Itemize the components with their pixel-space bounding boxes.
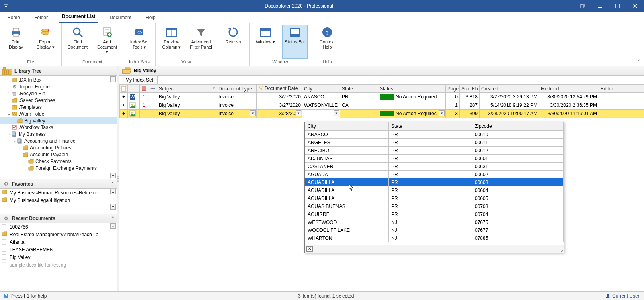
collapse-icon[interactable]: ⌃ — [111, 216, 114, 220]
header-expander[interactable] — [120, 85, 128, 93]
qat-dropdown-icon[interactable] — [4, 4, 8, 8]
row-expander-icon[interactable]: + — [120, 110, 128, 118]
dropdown-row[interactable]: ANASCOPR00610 — [305, 131, 564, 139]
header-created[interactable]: Created — [480, 85, 539, 93]
dropdown-row[interactable]: ARECIBOPR00612 — [305, 147, 564, 155]
minimize-icon[interactable] — [591, 0, 609, 12]
cell-city-editor[interactable]: ▼ — [302, 110, 340, 118]
dropdown-row[interactable]: AGUADILLAPR00604 — [305, 186, 564, 194]
index-tab-my-index-set[interactable]: My Index Set — [121, 76, 158, 84]
scroll-down-icon[interactable]: ▾ — [110, 173, 116, 178]
dropdown-arrow-icon[interactable]: ▼ — [296, 110, 301, 116]
dropdown-arrow-icon[interactable]: ▼ — [439, 110, 445, 116]
context-help-button[interactable]: ?Context Help — [314, 25, 340, 59]
find-document-button[interactable]: Find Document — [65, 25, 90, 59]
refresh-button[interactable]: Refresh — [221, 25, 246, 59]
dropdown-row[interactable]: WOODCLIFF LAKENJ07677 — [305, 226, 564, 234]
tab-document[interactable]: Document — [106, 12, 135, 23]
dropdown-row[interactable]: WHARTONNJ07885 — [305, 234, 564, 242]
header-state[interactable]: State — [340, 85, 378, 93]
fav-scroll-down-icon[interactable]: ▾ — [110, 204, 116, 210]
index-set-tools-button[interactable]: <>Index Set Tools ▾ — [127, 25, 152, 59]
print-display-button[interactable]: Print Display — [3, 25, 29, 59]
fav-scroll-up-icon[interactable]: ▴ — [110, 189, 116, 194]
recent-item[interactable]: LEASE AGREEMENT — [0, 246, 117, 253]
dropdown-arrow-icon[interactable]: ▼ — [250, 110, 256, 116]
status-bar-button[interactable]: Status Bar — [282, 25, 308, 59]
ribbon-collapse-icon[interactable]: ⌃ — [638, 59, 641, 63]
tree-node-accounting-policies[interactable]: ›Accounting Policies — [0, 144, 117, 151]
recent-item[interactable]: 1002766 — [0, 223, 117, 231]
dropdown-row[interactable]: AGUIRREPR00704 — [305, 210, 564, 218]
dropdown-row[interactable]: WESTWOODNJ07675 — [305, 218, 564, 226]
favorite-item[interactable]: My Business\Human Resources\Retireme — [0, 189, 117, 196]
export-display-button[interactable]: Export Display ▾ — [33, 25, 58, 59]
table-row[interactable]: + 1 Big Valley Invoice 3/27/2020 WATSONV… — [120, 101, 644, 110]
header-attachment-icon[interactable] — [140, 85, 148, 93]
header-page[interactable]: Page — [446, 85, 460, 93]
header-doctype-icon[interactable] — [128, 85, 140, 93]
window-button[interactable]: Window ▾ — [253, 25, 278, 59]
recent-item[interactable]: Big Valley — [0, 253, 117, 261]
dropdown-row[interactable]: ANGELESPR00611 — [305, 139, 564, 147]
dropdown-row[interactable]: AGUADAPR00602 — [305, 171, 564, 178]
cell-doc-type-editor[interactable]: Invoice▼ — [217, 110, 257, 118]
dropdown-row[interactable]: AGUADILLAPR00605 — [305, 194, 564, 202]
table-row[interactable]: + W 1 Big Valley Invoice 3/27/2020 ANASC… — [120, 93, 644, 101]
favorite-item[interactable]: My Business\Legal\Litigation — [0, 196, 117, 204]
dropdown-row[interactable]: ADJUNTASPR00601 — [305, 155, 564, 163]
recent-item[interactable]: Real Estate Managment\Atlanta\Peach La — [0, 231, 117, 238]
tab-home[interactable]: Home — [4, 12, 23, 23]
tree-node-foreign-exchange[interactable]: Foreign Exchange Payments — [0, 165, 117, 171]
dropdown-header-state[interactable]: State — [389, 122, 472, 130]
tree-node-workflow-tasks[interactable]: .Workflow Tasks — [0, 124, 117, 131]
dropdown-header-zipcode[interactable]: Zipcode — [472, 122, 564, 130]
preview-column-button[interactable]: Preview Column ▾ — [159, 25, 184, 59]
cell-doc-date-editor[interactable]: 3/28/2020▼ — [257, 110, 302, 118]
row-expander-icon[interactable]: + — [120, 93, 128, 101]
header-subject[interactable]: Subject▾ — [157, 85, 217, 93]
header-modified[interactable]: Modified — [539, 85, 599, 93]
tree-node-check-payments[interactable]: Check Payments — [0, 158, 117, 165]
maximize-icon[interactable] — [609, 0, 626, 12]
gear-icon[interactable]: ⚙ — [2, 180, 10, 188]
cell-subject[interactable]: Big Valley — [157, 110, 217, 118]
dropdown-row[interactable]: AGUAS BUENASPR00703 — [305, 202, 564, 210]
table-row-selected[interactable]: + 1 Big Valley Invoice▼ 3/28/2020▼ ▼ No … — [120, 110, 644, 118]
row-expander-icon[interactable]: + — [120, 101, 128, 110]
tab-document-list[interactable]: Document List — [59, 11, 98, 23]
restore-down-icon[interactable] — [574, 0, 591, 12]
recent-item[interactable]: sample docx file for testing — [0, 261, 117, 269]
add-document-button[interactable]: Add Document ▾ — [94, 25, 120, 59]
header-city[interactable]: City — [302, 85, 340, 93]
tree-node-work-folder[interactable]: ⌄W.Work Folder — [0, 110, 117, 117]
dropdown-row[interactable]: CASTANERPR00631 — [305, 163, 564, 171]
dropdown-arrow-icon[interactable]: ▼ — [334, 110, 339, 116]
tree-node-dx-inbox[interactable]: .DX In Box — [0, 76, 117, 83]
tab-help[interactable]: Help — [142, 12, 159, 23]
recent-item[interactable]: Atlanta — [0, 238, 117, 246]
tree-node-saved-searches[interactable]: .Saved Searches — [0, 97, 117, 104]
tree-node-accounts-payable[interactable]: ⌄Accounts Payable — [0, 151, 117, 158]
header-document-date[interactable]: Document Date — [257, 85, 302, 93]
tree-node-my-business[interactable]: ⌄My Business — [0, 131, 117, 137]
dropdown-row[interactable]: AGUADILLAPR00603 — [305, 178, 564, 186]
header-document-type[interactable]: Document Type — [217, 85, 257, 93]
dropdown-header-city[interactable]: City — [305, 122, 389, 130]
dropdown-scroll[interactable]: ANASCOPR00610ANGELESPR00611ARECIBOPR0061… — [305, 130, 564, 245]
tree-node-import-engine[interactable]: ⚙.Import Engine — [0, 83, 117, 90]
collapse-icon[interactable]: ⌃ — [111, 182, 114, 186]
resize-grip-icon[interactable] — [559, 248, 563, 252]
tree-node-recycle-bin[interactable]: ›.Recycle Bin — [0, 90, 117, 97]
tab-folder[interactable]: Folder — [31, 12, 51, 23]
tree-node-templates[interactable]: T.Templates — [0, 104, 117, 110]
scroll-up-icon[interactable]: ▴ — [110, 76, 116, 82]
tree-node-big-valley[interactable]: Big Valley — [0, 117, 117, 124]
cell-status-editor[interactable]: No Action Requirec▼ — [378, 110, 446, 118]
close-icon[interactable] — [626, 0, 644, 12]
gear-icon[interactable]: ⚙ — [2, 215, 10, 222]
header-link-icon[interactable] — [148, 85, 157, 93]
header-editor[interactable]: Editor — [599, 85, 644, 93]
tree-node-accounting-finance[interactable]: ⌄Accounting and Finance — [0, 137, 117, 144]
header-size-kb[interactable]: Size Kb — [460, 85, 480, 93]
